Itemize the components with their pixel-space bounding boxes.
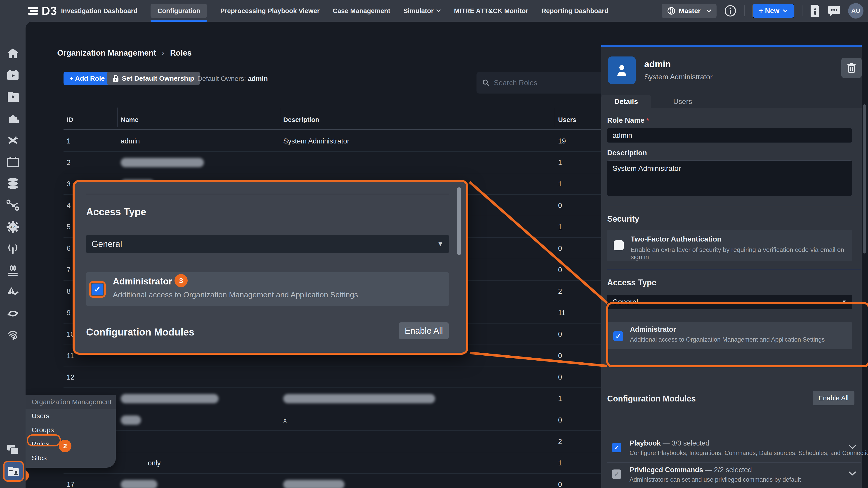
sidebar-item-identity[interactable] [0, 326, 26, 344]
column-header-name[interactable]: Name [121, 116, 138, 124]
default-owners-label: Default Owners: [197, 75, 246, 82]
home-icon [7, 48, 19, 59]
popup-administrator-desc: Additional access to Organization Manage… [113, 290, 358, 299]
sidebar-item-board[interactable] [0, 153, 26, 171]
tab-users[interactable]: Users [651, 95, 714, 108]
module-checkbox[interactable]: ✓ [612, 469, 621, 479]
info-icon[interactable] [724, 5, 737, 17]
column-header-id[interactable]: ID [67, 116, 73, 124]
cell-users: 1 [558, 452, 562, 474]
chevron-down-icon[interactable] [848, 445, 856, 449]
site-selector[interactable]: Master [662, 4, 717, 18]
cell-id: 2 [67, 152, 70, 173]
delete-role-button[interactable] [841, 58, 862, 78]
access-type-label: Access Type [607, 278, 656, 287]
sidebar-item-sync[interactable] [0, 304, 26, 323]
nav-item-mitre-att-ck-monitor[interactable]: MITRE ATT&CK Monitor [454, 4, 528, 18]
nav-item-configuration[interactable]: Configuration [151, 4, 207, 18]
menu-item-sites[interactable]: Sites [25, 451, 116, 465]
sidebar-item-organization-management[interactable] [3, 461, 24, 482]
sidebar-item-data-management[interactable] [0, 174, 26, 193]
sidebar-item-workspaces[interactable] [0, 440, 26, 458]
cell-description: System Administrator [283, 130, 349, 152]
enable-all-label: Enable All [818, 394, 848, 402]
d3-logo-icon [27, 6, 39, 16]
table-row-2[interactable]: 21 [64, 152, 616, 173]
table-row-14[interactable]: 14x0 [64, 410, 616, 431]
left-sidebar: API [0, 22, 26, 488]
warning-edit-icon [6, 286, 20, 297]
breadcrumb-separator-icon: › [162, 49, 164, 57]
config-modules-list: ✓Playbook — 3/3 selectedConfigure Playbo… [607, 436, 861, 488]
table-row-17[interactable]: 170 [64, 474, 616, 488]
two-factor-checkbox[interactable] [614, 240, 624, 250]
release-notes-icon[interactable] [810, 4, 820, 18]
nav-item-simulator[interactable]: Simulator [403, 4, 441, 18]
popup-administrator-title: Administrator [113, 276, 172, 287]
sidebar-item-geo[interactable] [0, 261, 26, 279]
popup-access-type-dropdown[interactable]: General ▼ [86, 235, 449, 253]
sidebar-item-integrations[interactable] [0, 109, 26, 127]
sidebar-item-broadcast[interactable] [0, 239, 26, 258]
cell-id: 8 [67, 281, 70, 302]
add-role-label: + Add Role [69, 74, 105, 82]
calendar-icon [7, 157, 19, 167]
two-factor-title: Two-Factor Authentication [631, 235, 721, 243]
set-default-ownership-label: Set Default Ownership [122, 74, 194, 82]
popup-scrollbar[interactable] [457, 187, 461, 255]
module-row-privileged-commands[interactable]: ✓Privileged Commands — 2/2 selectedAdmin… [607, 463, 861, 488]
panel-scrollbar[interactable] [863, 104, 866, 254]
add-role-button[interactable]: + Add Role [64, 72, 111, 85]
sidebar-item-incident-editor[interactable] [0, 283, 26, 301]
cell-users: 1 [558, 173, 562, 195]
table-row-12[interactable]: 120 [64, 366, 616, 388]
redacted-description [283, 394, 435, 403]
set-default-ownership-button[interactable]: Set Default Ownership [107, 72, 200, 85]
description-textarea[interactable]: System Administrator [607, 160, 852, 196]
module-checkbox[interactable]: ✓ [612, 443, 621, 452]
breadcrumb-parent[interactable]: Organization Management [57, 48, 156, 57]
topbar-divider [802, 5, 802, 16]
chat-icon[interactable] [828, 5, 840, 17]
sidebar-item-home[interactable] [0, 44, 26, 62]
folder-user-icon [7, 466, 20, 477]
callout-target-highlight [606, 302, 868, 367]
table-row-15[interactable]: 152 [64, 431, 616, 452]
table-row-16[interactable]: 16only1 [64, 452, 616, 474]
chevron-down-icon[interactable] [848, 471, 856, 476]
table-row-1[interactable]: 1adminSystem Administrator19 [64, 130, 616, 152]
nav-item-preprocessing-playbook-viewer[interactable]: Preprocessing Playbook Viewer [220, 4, 320, 18]
role-name-input[interactable]: admin [607, 128, 852, 143]
module-row-playbook[interactable]: ✓Playbook — 3/3 selectedConfigure Playbo… [607, 436, 861, 463]
table-row-13[interactable]: 131 [64, 388, 616, 410]
nav-item-case-management[interactable]: Case Management [333, 4, 391, 18]
cell-id: 5 [67, 216, 70, 238]
cell-id: 7 [67, 259, 70, 281]
sidebar-item-utility-commands[interactable] [0, 131, 26, 149]
search-roles-input[interactable] [494, 78, 605, 87]
nav-item-reporting-dashboard[interactable]: Reporting Dashboard [541, 4, 608, 18]
column-header-description[interactable]: Description [283, 116, 319, 124]
sidebar-item-scheduled-playbooks[interactable] [0, 66, 26, 84]
d3-logo[interactable]: D3 [27, 4, 57, 18]
user-avatar[interactable]: AU [848, 3, 864, 19]
sidebar-item-connections[interactable] [0, 196, 26, 214]
trash-icon [847, 63, 856, 73]
app-root: Organization Management › Roles + Add Ro… [0, 0, 868, 488]
column-header-users[interactable]: Users [558, 116, 577, 124]
sidebar-item-api-settings[interactable]: API [0, 218, 26, 236]
new-button[interactable]: + New [752, 4, 794, 18]
redacted-description [283, 480, 344, 488]
popup-enable-all-button[interactable]: Enable All [399, 322, 449, 339]
tab-details[interactable]: Details [601, 95, 651, 108]
menu-item-users[interactable]: Users [25, 409, 116, 423]
nav-item-investigation-dashboard[interactable]: Investigation Dashboard [61, 4, 137, 18]
sidebar-item-playbooks[interactable] [0, 88, 26, 106]
enable-all-button[interactable]: Enable All [813, 391, 855, 405]
redacted-name [121, 416, 141, 425]
cell-users: 1 [558, 216, 562, 238]
annotation-ring [27, 434, 61, 447]
annotation-ring [89, 281, 106, 298]
network-icon [6, 199, 19, 211]
cell-id: 17 [67, 474, 74, 488]
